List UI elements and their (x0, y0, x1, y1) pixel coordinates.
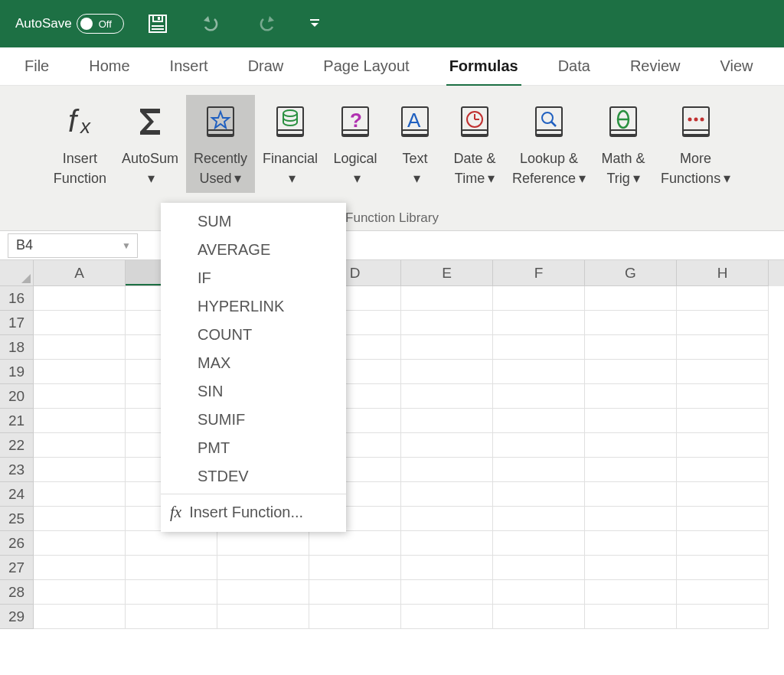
dropdown-insert-function[interactable]: fx Insert Function... (161, 497, 346, 527)
cell[interactable] (585, 409, 677, 433)
cell[interactable] (677, 580, 769, 605)
cell[interactable] (493, 482, 585, 507)
cell[interactable] (493, 605, 585, 629)
cell[interactable] (34, 311, 126, 335)
cell[interactable] (34, 531, 126, 556)
dropdown-item[interactable]: PMT (161, 434, 346, 462)
save-icon[interactable] (147, 13, 168, 34)
more-functions-button[interactable]: MoreFunctions▾ (653, 95, 738, 193)
cell[interactable] (34, 605, 126, 629)
cell[interactable] (217, 531, 309, 556)
tab-view[interactable]: View (717, 51, 756, 81)
cell[interactable] (401, 433, 493, 458)
date-time-button[interactable]: Date &Time▾ (445, 95, 505, 193)
cell[interactable] (309, 580, 401, 605)
row-header[interactable]: 26 (0, 531, 34, 556)
cell[interactable] (677, 531, 769, 556)
cell[interactable] (585, 335, 677, 360)
cell[interactable] (493, 409, 585, 433)
tab-draw[interactable]: Draw (245, 51, 287, 81)
cell[interactable] (34, 482, 126, 507)
row-header[interactable]: 20 (0, 384, 34, 409)
cell[interactable] (34, 335, 126, 360)
row-header[interactable]: 27 (0, 556, 34, 580)
row-header[interactable]: 25 (0, 507, 34, 531)
tab-file[interactable]: File (21, 51, 52, 81)
cell[interactable] (493, 507, 585, 531)
cell[interactable] (34, 458, 126, 482)
tab-page-layout[interactable]: Page Layout (320, 51, 412, 81)
autosum-button[interactable]: AutoSum▾ (114, 95, 186, 193)
row-header[interactable]: 29 (0, 605, 34, 629)
tab-data[interactable]: Data (555, 51, 593, 81)
name-box[interactable]: B4 ▼ (8, 233, 138, 258)
cell[interactable] (309, 531, 401, 556)
row-header[interactable]: 18 (0, 335, 34, 360)
logical-button[interactable]: ? Logical▾ (325, 95, 385, 193)
tab-review[interactable]: Review (627, 51, 684, 81)
toggle-switch[interactable]: Off (77, 14, 124, 34)
cell[interactable] (677, 458, 769, 482)
undo-icon[interactable] (199, 15, 224, 33)
cell[interactable] (677, 605, 769, 629)
cell[interactable] (677, 335, 769, 360)
insert-function-button[interactable]: fx InsertFunction (46, 95, 114, 193)
dropdown-item[interactable]: SUMIF (161, 406, 346, 434)
dropdown-item[interactable]: HYPERLINK (161, 292, 346, 321)
lookup-reference-button[interactable]: Lookup &Reference▾ (505, 95, 593, 193)
cell[interactable] (217, 605, 309, 629)
cell[interactable] (585, 556, 677, 580)
cell[interactable] (677, 311, 769, 335)
dropdown-item[interactable]: MAX (161, 349, 346, 377)
cell[interactable] (401, 556, 493, 580)
cell[interactable] (401, 384, 493, 409)
tab-formulas[interactable]: Formulas (446, 51, 521, 81)
cell[interactable] (401, 360, 493, 384)
cell[interactable] (217, 580, 309, 605)
cell[interactable] (677, 409, 769, 433)
cell[interactable] (401, 458, 493, 482)
cell[interactable] (401, 507, 493, 531)
cell[interactable] (401, 531, 493, 556)
cell[interactable] (34, 409, 126, 433)
cell[interactable] (493, 458, 585, 482)
cell[interactable] (677, 556, 769, 580)
dropdown-item[interactable]: SIN (161, 377, 346, 406)
column-header[interactable]: E (401, 260, 493, 286)
dropdown-item[interactable]: AVERAGE (161, 236, 346, 264)
cell[interactable] (585, 482, 677, 507)
column-header[interactable]: H (677, 260, 769, 286)
row-header[interactable]: 23 (0, 458, 34, 482)
cell[interactable] (34, 286, 126, 311)
text-button[interactable]: A Text▾ (385, 95, 445, 193)
cell[interactable] (34, 360, 126, 384)
cell[interactable] (493, 286, 585, 311)
cell[interactable] (126, 580, 217, 605)
cell[interactable] (401, 605, 493, 629)
cell[interactable] (401, 482, 493, 507)
column-header[interactable]: G (585, 260, 677, 286)
cell[interactable] (677, 360, 769, 384)
cell[interactable] (585, 507, 677, 531)
recently-used-button[interactable]: RecentlyUsed▾ (186, 95, 255, 193)
row-header[interactable]: 24 (0, 482, 34, 507)
cell[interactable] (401, 335, 493, 360)
cell[interactable] (585, 286, 677, 311)
cell[interactable] (585, 311, 677, 335)
tab-home[interactable]: Home (86, 51, 132, 81)
dropdown-item[interactable]: COUNT (161, 321, 346, 349)
autosave-toggle[interactable]: AutoSave Off (15, 14, 124, 34)
column-header[interactable]: A (34, 260, 126, 286)
tab-insert[interactable]: Insert (167, 51, 211, 81)
cell[interactable] (401, 286, 493, 311)
cell[interactable] (585, 458, 677, 482)
spreadsheet-grid[interactable]: ABCDEFGH 1617181920212223242526272829 (0, 260, 784, 629)
select-all-corner[interactable] (0, 260, 34, 286)
cell[interactable] (34, 384, 126, 409)
column-header[interactable]: F (493, 260, 585, 286)
cell[interactable] (34, 580, 126, 605)
cell[interactable] (401, 311, 493, 335)
cell[interactable] (677, 507, 769, 531)
dropdown-item[interactable]: IF (161, 264, 346, 292)
cell[interactable] (493, 580, 585, 605)
